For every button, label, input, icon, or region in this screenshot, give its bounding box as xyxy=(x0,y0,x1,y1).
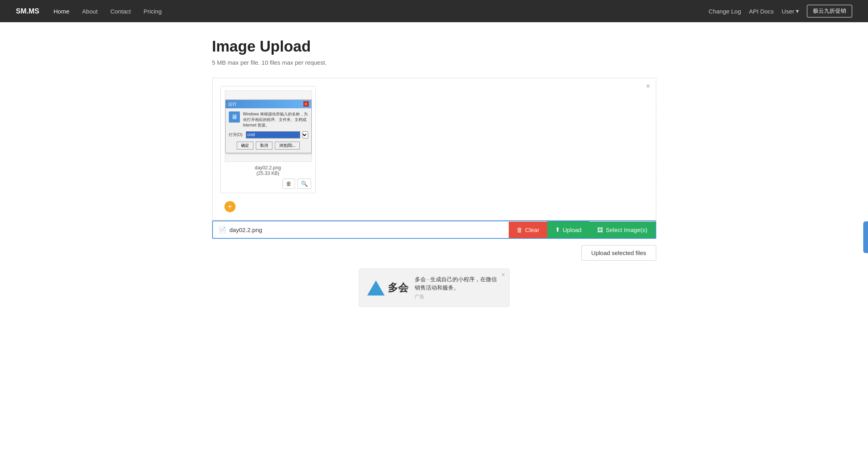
file-delete-button[interactable]: 🗑 xyxy=(282,178,295,189)
navbar-right: Change Log API Docs User ▾ 极云九折促销 xyxy=(709,5,852,17)
file-preview-size: (25.33 KB) xyxy=(225,171,311,176)
upload-button[interactable]: ⬆ Upload xyxy=(547,221,590,238)
trash-icon: 🗑 xyxy=(517,226,523,233)
file-actions: 🗑 🔍 xyxy=(225,178,311,189)
dialog-close-button[interactable]: × xyxy=(303,101,309,107)
upload-area: × 运行 × 🖥 Windows 将根据你所输入的名称，为你打开相应的程序、文件… xyxy=(212,78,656,221)
dialog-command-input[interactable] xyxy=(246,131,300,138)
main-content: Image Upload 5 MB max per file. 10 files… xyxy=(196,22,672,315)
select-label: Select Image(s) xyxy=(605,226,647,233)
file-preview-card: 运行 × 🖥 Windows 将根据你所输入的名称，为你打开相应的程序、文件夹、… xyxy=(220,86,316,193)
page-title: Image Upload xyxy=(212,38,656,55)
ad-subtitle: 广告 xyxy=(415,294,501,300)
file-entry-icon: 📄 xyxy=(218,226,226,234)
dialog-browse-button[interactable]: 浏览(B)... xyxy=(275,142,300,150)
user-menu[interactable]: User ▾ xyxy=(782,8,799,15)
file-entry-name: day02.2.png xyxy=(230,226,263,233)
dialog-icon-row: 🖥 Windows 将根据你所输入的名称，为你打开相应的程序、文件夹、文档或 I… xyxy=(229,111,308,128)
nav-link-apidocs[interactable]: API Docs xyxy=(749,8,774,15)
promo-button[interactable]: 极云九折促销 xyxy=(807,5,852,17)
ad-logo-text: 多会 xyxy=(388,281,408,295)
upload-icon: ⬆ xyxy=(555,226,560,233)
ad-title: 多会 · 生成自己的小程序，在微信销售活动和服务。 xyxy=(415,275,501,292)
file-list-bar: 📄 day02.2.png 🗑 Clear ⬆ Upload 🖼 Select … xyxy=(212,221,656,239)
navbar-links: Home About Contact Pricing xyxy=(51,6,709,16)
clear-label: Clear xyxy=(525,226,539,233)
ad-banner: 多会 多会 · 生成自己的小程序，在微信销售活动和服务。 广告 × xyxy=(359,269,510,307)
navbar-brand[interactable]: SM.MS xyxy=(16,7,39,15)
ad-content: 多会 · 生成自己的小程序，在微信销售活动和服务。 广告 xyxy=(415,275,501,300)
dialog-dropdown[interactable] xyxy=(303,131,308,138)
dialog-cancel-button[interactable]: 取消 xyxy=(256,142,272,150)
dialog-titlebar: 运行 × xyxy=(226,100,311,108)
upload-selected-button[interactable]: Upload selected files xyxy=(581,245,656,261)
ad-logo: 多会 xyxy=(367,280,408,296)
upload-label: Upload xyxy=(563,226,582,233)
image-icon: 🖼 xyxy=(597,226,603,233)
file-entry: 📄 day02.2.png xyxy=(213,222,509,238)
file-preview-image: 运行 × 🖥 Windows 将根据你所输入的名称，为你打开相应的程序、文件夹、… xyxy=(225,90,312,162)
scroll-indicator xyxy=(863,221,868,253)
select-images-button[interactable]: 🖼 Select Image(s) xyxy=(589,222,655,238)
nav-link-changelog[interactable]: Change Log xyxy=(709,8,741,15)
page-subtitle: 5 MB max per file. 10 files max per requ… xyxy=(212,59,656,66)
nav-link-pricing[interactable]: Pricing xyxy=(141,6,164,16)
nav-link-contact[interactable]: Contact xyxy=(108,6,133,16)
dialog-buttons: 确定 取消 浏览(B)... xyxy=(229,142,308,150)
file-zoom-button[interactable]: 🔍 xyxy=(297,178,311,189)
user-menu-label: User xyxy=(782,8,794,15)
ad-close-button[interactable]: × xyxy=(501,271,505,278)
ad-triangle-icon xyxy=(367,280,385,296)
dialog-ok-button[interactable]: 确定 xyxy=(237,142,253,150)
dialog-title: 运行 xyxy=(228,101,237,107)
upload-area-close-button[interactable]: × xyxy=(646,82,650,90)
add-more-files-button[interactable]: + xyxy=(224,201,236,212)
upload-selected-row: Upload selected files xyxy=(212,245,656,261)
windows-dialog-mock: 运行 × 🖥 Windows 将根据你所输入的名称，为你打开相应的程序、文件夹、… xyxy=(225,100,312,153)
nav-link-about[interactable]: About xyxy=(80,6,100,16)
dialog-open-label: 打开(O): xyxy=(229,132,243,138)
dialog-computer-icon: 🖥 xyxy=(229,111,240,123)
file-info: day02.2.png (25.33 KB) xyxy=(225,165,311,176)
dialog-description: Windows 将根据你所输入的名称，为你打开相应的程序、文件夹、文档或 Int… xyxy=(243,111,308,128)
clear-button[interactable]: 🗑 Clear xyxy=(509,222,547,238)
file-preview-name: day02.2.png xyxy=(225,165,311,171)
nav-link-home[interactable]: Home xyxy=(51,6,72,16)
chevron-down-icon: ▾ xyxy=(796,8,799,15)
dialog-input-row: 打开(O): xyxy=(229,131,308,138)
navbar: SM.MS Home About Contact Pricing Change … xyxy=(0,0,868,22)
dialog-body: 🖥 Windows 将根据你所输入的名称，为你打开相应的程序、文件夹、文档或 I… xyxy=(226,108,311,153)
